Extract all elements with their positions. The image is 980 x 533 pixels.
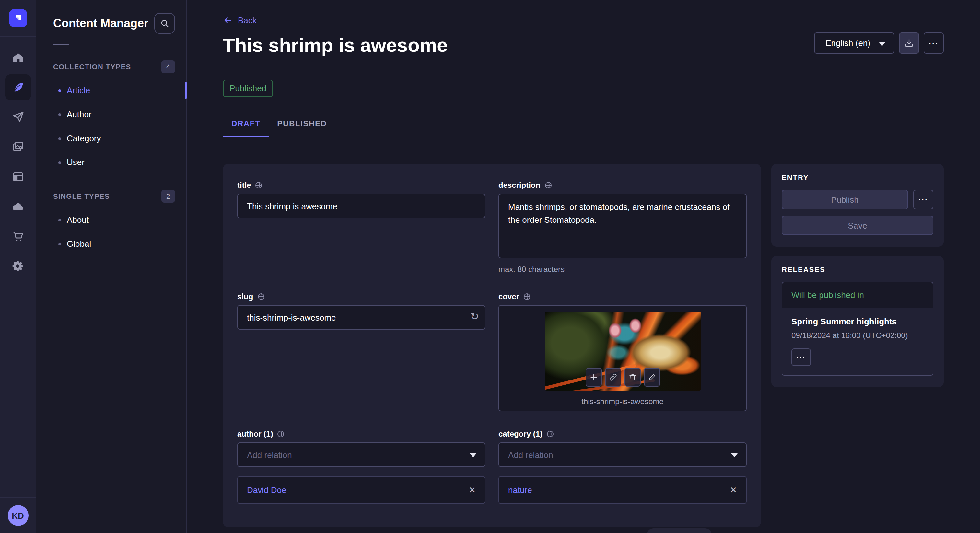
paper-plane-icon[interactable]: [5, 104, 31, 130]
release-card-header: Will be published in: [782, 282, 933, 308]
content-type-builder-layout-icon[interactable]: [5, 164, 31, 190]
chevron-down-icon: [470, 453, 476, 457]
relation-link[interactable]: nature: [508, 485, 730, 495]
slug-field: slug ↻: [237, 292, 485, 411]
subnav-item-category[interactable]: Category: [36, 126, 186, 150]
publish-button[interactable]: Publish: [782, 190, 908, 209]
form-grid: title description Mantis shrimps, or sto…: [237, 181, 747, 504]
category-field: category (1) Add relation nature ✕: [498, 429, 747, 504]
entry-panel: ENTRY Publish ··· Save: [771, 164, 944, 247]
strapi-logo[interactable]: [9, 9, 27, 27]
link-icon: [609, 373, 617, 381]
locale-selected-value: English (en): [826, 38, 870, 48]
author-relation-item: David Doe ✕: [237, 476, 485, 504]
release-date: 09/18/2024 at 16:00 (UTC+02:00): [791, 331, 924, 340]
single-types-count-badge: 2: [161, 190, 175, 203]
cover-image-mantis-shrimp[interactable]: [545, 311, 700, 390]
remove-relation-icon[interactable]: ✕: [730, 486, 737, 494]
delete-media-button[interactable]: [624, 368, 640, 387]
plus-icon: [589, 373, 598, 381]
content-manager-subnav: Content Manager COLLECTION TYPES 4 Artic…: [36, 0, 187, 533]
author-relation-placeholder: Add relation: [247, 450, 292, 460]
category-relation-item: nature ✕: [498, 476, 747, 504]
author-label-row: author (1): [237, 429, 485, 438]
author-relation-select[interactable]: Add relation: [237, 443, 485, 467]
release-card-body: Spring Summer highlights 09/18/2024 at 1…: [782, 308, 933, 375]
release-more-button[interactable]: ···: [791, 348, 811, 366]
globe-icon: [544, 181, 552, 189]
description-textarea[interactable]: Mantis shrimps, or stomatopods, are mari…: [498, 194, 747, 259]
edit-media-button[interactable]: [644, 368, 660, 387]
copy-link-button[interactable]: [605, 368, 621, 387]
description-label-row: description: [498, 181, 747, 190]
category-label-row: category (1): [498, 429, 747, 438]
author-field: author (1) Add relation David Doe ✕: [237, 429, 485, 504]
collection-types-label: COLLECTION TYPES: [53, 63, 161, 71]
main-inner: Back This shrimp is awesome Published DR…: [187, 16, 980, 527]
subnav-item-article[interactable]: Article: [36, 78, 186, 102]
subnav-item-about[interactable]: About: [36, 208, 186, 232]
cover-field: cover: [498, 292, 747, 411]
media-library-images-icon[interactable]: [5, 134, 31, 160]
back-link[interactable]: Back: [223, 16, 257, 25]
trash-icon: [628, 373, 636, 381]
subnav-divider: [53, 44, 69, 45]
strapi-logo-icon: [13, 13, 23, 23]
icon-rail: KD: [0, 0, 36, 533]
home-icon[interactable]: [5, 45, 31, 71]
single-types-section: SINGLE TYPES 2 About Global: [36, 190, 186, 256]
regenerate-slug-icon[interactable]: ↻: [470, 310, 479, 323]
globe-icon: [546, 430, 554, 438]
subnav-item-label: About: [67, 215, 89, 225]
entry-buttons-row: Publish ···: [782, 190, 933, 209]
cover-caption: this-shrimp-is-awesome: [581, 397, 663, 406]
version-tabs: DRAFT PUBLISHED: [223, 114, 944, 137]
export-download-button[interactable]: [899, 32, 919, 54]
logo-wrap: [0, 0, 36, 37]
tab-draft[interactable]: DRAFT: [223, 114, 269, 137]
collection-types-section: COLLECTION TYPES 4 Article Author Catego…: [36, 60, 186, 174]
slug-label-row: slug: [237, 292, 485, 301]
category-relation-placeholder: Add relation: [508, 450, 553, 460]
subnav-item-label: Global: [67, 239, 91, 249]
collection-types-header: COLLECTION TYPES 4: [36, 60, 186, 73]
content-manager-feather-icon[interactable]: [5, 75, 31, 100]
cloud-icon[interactable]: [5, 194, 31, 219]
category-label: category (1): [498, 429, 542, 438]
side-panels: ENTRY Publish ··· Save RELEASES Will be …: [771, 164, 944, 387]
description-label: description: [498, 181, 540, 190]
edit-form-panel: title description Mantis shrimps, or sto…: [223, 164, 761, 527]
description-field: description Mantis shrimps, or stomatopo…: [498, 181, 747, 274]
cover-image-toolbar: [585, 368, 660, 387]
subnav-item-label: Article: [67, 86, 90, 95]
entry-more-button[interactable]: ···: [913, 190, 933, 209]
marketplace-cart-icon[interactable]: [5, 224, 31, 249]
title-label: title: [237, 181, 251, 190]
subnav-item-author[interactable]: Author: [36, 102, 186, 126]
user-avatar[interactable]: KD: [8, 505, 28, 526]
settings-gear-icon[interactable]: [5, 253, 31, 279]
bullet-icon: [58, 219, 61, 221]
save-button[interactable]: Save: [782, 216, 933, 235]
release-card: Will be published in Spring Summer highl…: [782, 282, 933, 376]
subnav-item-label: User: [67, 157, 84, 167]
title-input[interactable]: [237, 194, 485, 218]
cover-media-card: this-shrimp-is-awesome: [498, 305, 747, 411]
remove-relation-icon[interactable]: ✕: [469, 486, 476, 494]
main-content: English (en) ··· Back This shrimp is awe…: [187, 0, 980, 533]
add-component-button-partial[interactable]: [647, 528, 712, 533]
add-media-button[interactable]: [585, 368, 601, 387]
locale-select[interactable]: English (en): [814, 32, 894, 54]
slug-input[interactable]: [237, 305, 485, 330]
content-row: title description Mantis shrimps, or sto…: [223, 164, 944, 527]
tab-published[interactable]: PUBLISHED: [269, 114, 335, 137]
search-button[interactable]: [154, 13, 175, 34]
subnav-item-global[interactable]: Global: [36, 232, 186, 256]
subnav-item-user[interactable]: User: [36, 150, 186, 174]
category-relation-select[interactable]: Add relation: [498, 443, 747, 467]
single-types-header: SINGLE TYPES 2: [36, 190, 186, 203]
strapi-admin: KD Content Manager COLLECTION TYPES 4 Ar…: [0, 0, 980, 533]
relation-link[interactable]: David Doe: [247, 485, 469, 495]
header-more-button[interactable]: ···: [924, 32, 944, 54]
description-helper: max. 80 characters: [498, 265, 747, 274]
